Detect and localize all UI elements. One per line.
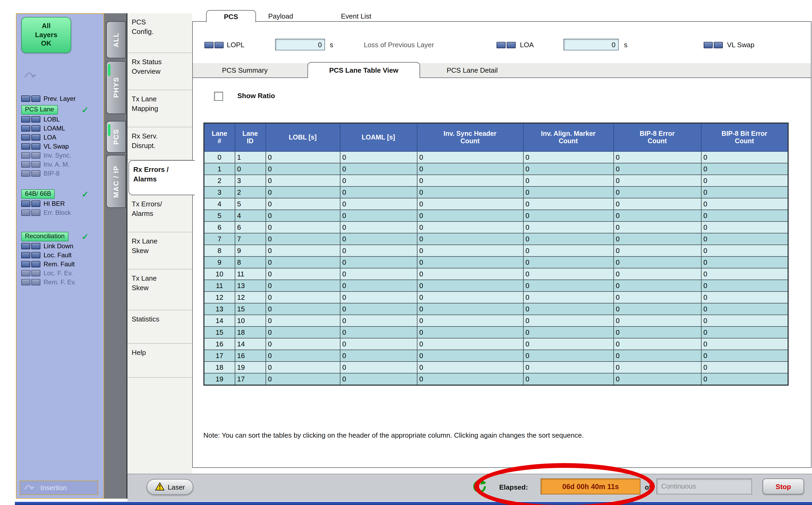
layer-tab-label: PHYS xyxy=(112,77,120,98)
menu-item-pcs-config[interactable]: PCS Config. xyxy=(127,13,192,53)
menu-item-statistics[interactable]: Statistics xyxy=(127,310,192,344)
table-cell: 3 xyxy=(235,175,265,186)
pcs-lane-table: Lane #Lane IDLOBL [s]LOAML [s]Inv. Sync … xyxy=(203,123,789,386)
table-cell: 0 xyxy=(340,361,417,373)
menu-item-help[interactable]: Help xyxy=(127,344,192,378)
led-indicator xyxy=(31,143,40,149)
table-row: 1410000000 xyxy=(204,315,788,327)
test-duration-field[interactable]: Continuous xyxy=(657,479,752,494)
alarm-label: Inv. Sync. xyxy=(43,151,71,159)
status-stripe xyxy=(108,124,110,136)
table-cell: 0 xyxy=(701,303,788,315)
table-cell: 0 xyxy=(265,303,340,315)
table-row: 1315000000 xyxy=(204,303,788,315)
all-layers-status-button[interactable]: All Layers OK xyxy=(21,17,71,53)
table-cell: 18 xyxy=(204,361,235,373)
table-cell: 0 xyxy=(523,315,613,327)
table-cell: 0 xyxy=(340,315,417,327)
laser-button[interactable]: Laser xyxy=(146,479,193,495)
menu-item-tx-errors-alarms[interactable]: Tx Errors/ Alarms xyxy=(127,195,192,232)
column-header[interactable]: LOAML [s] xyxy=(340,123,417,151)
led-indicator xyxy=(31,261,40,267)
table-cell: 0 xyxy=(417,303,523,315)
led-indicator xyxy=(714,42,723,48)
table-cell: 0 xyxy=(340,373,417,385)
menu-item-tx-lane-mapping[interactable]: Tx Lane Mapping xyxy=(127,90,192,127)
tab-pcs-summary[interactable]: PCS Summary xyxy=(222,66,268,74)
column-header[interactable]: BIP-8 Error Count xyxy=(613,123,701,151)
led-pair xyxy=(21,243,40,249)
column-header[interactable]: Inv. Sync Header Count xyxy=(417,123,523,151)
column-header[interactable]: BIP-8 Bit Error Count xyxy=(701,123,788,151)
table-cell: 0 xyxy=(340,221,417,233)
tab-event-list[interactable]: Event List xyxy=(341,12,371,20)
tab-pcs[interactable]: PCS xyxy=(206,10,256,22)
tab-pcs-lane-detail[interactable]: PCS Lane Detail xyxy=(447,66,498,74)
layer-tab-mac-ip[interactable]: MAC / IP xyxy=(106,155,126,208)
restart-test-icon[interactable] xyxy=(471,477,489,495)
led-indicator xyxy=(507,42,516,48)
table-cell: 0 xyxy=(613,186,701,198)
tab-pcs-lane-table-view[interactable]: PCS Lane Table View xyxy=(308,62,420,78)
table-cell: 0 xyxy=(235,163,265,175)
table-cell: 0 xyxy=(613,221,701,233)
table-cell: 0 xyxy=(523,245,613,257)
table-cell: 0 xyxy=(265,315,340,327)
layer-group-label: PCS Lane xyxy=(21,105,57,115)
layer-tab-phys[interactable]: PHYS xyxy=(106,61,126,114)
alarm-label: Loc. Fault xyxy=(43,251,72,259)
stop-button[interactable]: Stop xyxy=(763,479,804,494)
table-cell: 4 xyxy=(235,210,265,221)
menu-item-rx-serv-disrupt[interactable]: Rx Serv. Disrupt. xyxy=(127,127,192,160)
table-cell: 0 xyxy=(523,257,613,268)
led-indicator xyxy=(21,134,30,140)
table-cell: 5 xyxy=(235,198,265,210)
table-cell: 11 xyxy=(235,268,265,280)
alarm-label: Rem. Fault xyxy=(43,260,75,268)
show-ratio-checkbox[interactable] xyxy=(214,92,223,101)
table-cell: 4 xyxy=(204,198,235,210)
table-cell: 7 xyxy=(204,233,235,245)
led-indicator xyxy=(21,209,30,216)
led-pair xyxy=(21,279,40,285)
of-label: of xyxy=(645,483,651,491)
table-cell: 0 xyxy=(613,233,701,245)
led-indicator xyxy=(21,170,30,176)
table-cell: 1 xyxy=(204,163,235,175)
table-cell: 0 xyxy=(701,338,788,350)
insertion-button[interactable]: Insertion xyxy=(20,481,98,495)
led-pair xyxy=(21,200,40,207)
elapsed-label: Elapsed: xyxy=(499,483,528,491)
table-cell: 0 xyxy=(523,221,613,233)
menu-item-rx-lane-skew[interactable]: Rx Lane Skew xyxy=(127,232,192,270)
table-cell: 0 xyxy=(265,350,340,361)
column-header[interactable]: Inv. Align. Marker Count xyxy=(523,123,613,151)
led-indicator xyxy=(21,161,30,167)
laser-label: Laser xyxy=(167,483,185,491)
menu-item-rx-errors-alarms[interactable]: Rx Errors / Alarms xyxy=(128,160,195,195)
results-panel: LOPL 0 s Loss of Previous Layer LOA 0 s … xyxy=(192,21,811,468)
led-indicator xyxy=(31,252,40,258)
function-menu: PCS Config.Rx Status OverviewTx Lane Map… xyxy=(127,13,192,474)
layer-tab-all[interactable]: ALL xyxy=(106,21,126,58)
menu-item-tx-lane-skew[interactable]: Tx Lane Skew xyxy=(127,270,192,310)
led-pair xyxy=(21,209,40,216)
led-indicator xyxy=(21,200,30,207)
table-row: 45000000 xyxy=(204,198,788,210)
menu-item-rx-status-overview[interactable]: Rx Status Overview xyxy=(127,53,192,90)
tab-payload[interactable]: Payload xyxy=(268,12,293,20)
loa-seconds-field: 0 xyxy=(564,39,619,50)
alarm-indicator-row: Inv. A. M. xyxy=(21,160,104,169)
layer-tab-pcs[interactable]: PCS xyxy=(106,121,126,153)
led-indicator xyxy=(215,42,224,48)
table-header-row: Lane #Lane IDLOBL [s]LOAML [s]Inv. Sync … xyxy=(204,123,788,151)
insertion-arrow-icon xyxy=(24,483,36,492)
column-header[interactable]: Lane # xyxy=(204,123,235,151)
vl-swap-led-pair xyxy=(704,42,723,48)
table-cell: 0 xyxy=(613,245,701,257)
table-cell: 7 xyxy=(235,233,265,245)
column-header[interactable]: LOBL [s] xyxy=(265,123,340,151)
table-row: 1917000000 xyxy=(204,373,788,385)
table-cell: 0 xyxy=(340,257,417,268)
column-header[interactable]: Lane ID xyxy=(235,123,265,151)
